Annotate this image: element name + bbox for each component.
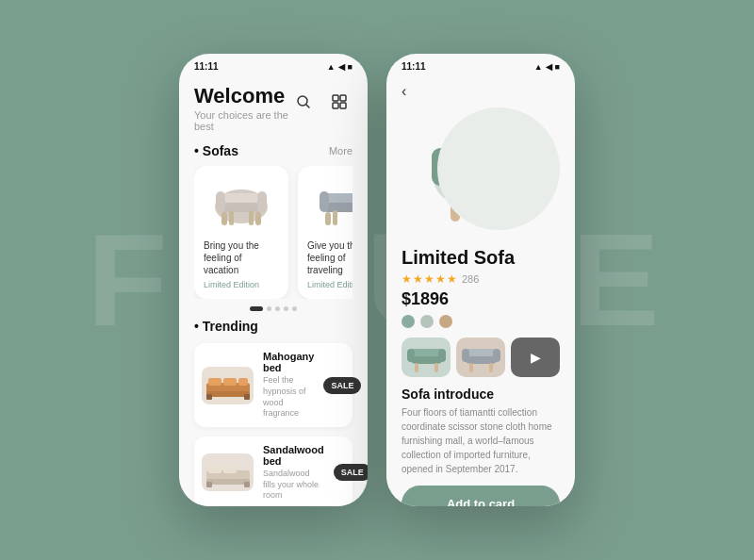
svg-rect-53 bbox=[465, 349, 498, 356]
grid-button[interactable] bbox=[326, 89, 352, 115]
phone-detail: 11:11 ▲ ◀ ■ ‹ bbox=[386, 54, 575, 506]
trending-name-1: Mahogany bed bbox=[263, 351, 314, 373]
phone-home: 11:11 ▲ ◀ ■ Welcome Your choices are the… bbox=[179, 54, 368, 506]
dot-3 bbox=[275, 306, 280, 311]
svg-rect-27 bbox=[238, 378, 248, 386]
status-icons-home: ▲ ◀ ■ bbox=[327, 62, 352, 72]
color-option-2[interactable] bbox=[420, 315, 434, 328]
svg-rect-32 bbox=[208, 466, 221, 473]
stars-icon: ★★★★★ bbox=[402, 272, 458, 286]
wifi-icon-2: ◀ bbox=[546, 62, 552, 72]
battery-icon: ■ bbox=[348, 62, 352, 72]
add-to-card-button[interactable]: Add to card bbox=[402, 486, 560, 506]
svg-rect-4 bbox=[333, 103, 338, 108]
product-image-area bbox=[402, 107, 560, 239]
trending-item-2[interactable]: Sandalwood bed Sandalwood fills your who… bbox=[194, 436, 352, 506]
carousel-dots bbox=[194, 306, 352, 311]
introduce-text: Four floors of tiamantti collection coor… bbox=[402, 405, 560, 476]
color-option-1[interactable] bbox=[402, 315, 415, 328]
sofa-card-2[interactable]: Give you the feeling of traveling Limite… bbox=[298, 166, 352, 299]
sale-badge-1: SALE bbox=[323, 377, 361, 394]
sofas-more-btn[interactable]: More bbox=[329, 145, 352, 156]
svg-rect-13 bbox=[216, 191, 225, 212]
svg-rect-31 bbox=[206, 479, 250, 485]
introduce-title: Sofa introduce bbox=[402, 387, 560, 402]
signal-icon: ▲ bbox=[327, 62, 336, 72]
trending-item-1[interactable]: Mahogany bed Feel the hypnosis of wood f… bbox=[194, 343, 352, 427]
svg-rect-10 bbox=[255, 212, 261, 225]
home-header: Welcome Your choices are the best bbox=[194, 85, 352, 132]
svg-rect-14 bbox=[257, 191, 267, 212]
thumb-1[interactable] bbox=[402, 338, 451, 377]
trending-info-1: Mahogany bed Feel the hypnosis of wood f… bbox=[263, 351, 314, 420]
sofa-card-title-1: Bring you the feeling of vacation bbox=[204, 239, 279, 276]
svg-rect-9 bbox=[221, 212, 227, 225]
sofa-card-badge-1: Limited Edition bbox=[204, 280, 279, 289]
svg-rect-5 bbox=[340, 103, 346, 108]
svg-rect-2 bbox=[333, 95, 338, 101]
svg-rect-54 bbox=[462, 349, 469, 362]
trending-desc-1: Feel the hypnosis of wood fragrance bbox=[263, 375, 314, 420]
svg-rect-21 bbox=[320, 191, 329, 212]
play-icon: ▶ bbox=[531, 350, 541, 365]
search-button[interactable] bbox=[290, 89, 317, 115]
dot-1 bbox=[250, 306, 263, 311]
battery-icon-2: ■ bbox=[555, 62, 560, 72]
svg-rect-12 bbox=[249, 210, 254, 225]
thumb-2[interactable] bbox=[456, 338, 505, 377]
trending-img-1 bbox=[202, 367, 254, 404]
sofas-carousel: Bring you the feeling of vacation Limite… bbox=[194, 166, 352, 299]
svg-rect-34 bbox=[206, 482, 212, 487]
svg-rect-33 bbox=[223, 466, 237, 473]
product-price: $1896 bbox=[402, 289, 560, 309]
color-option-3[interactable] bbox=[439, 315, 452, 328]
svg-rect-17 bbox=[325, 212, 331, 225]
sofas-section-title: • Sofas bbox=[194, 143, 238, 158]
review-count: 286 bbox=[462, 273, 479, 285]
product-title: Limited Sofa bbox=[402, 247, 560, 269]
dot-2 bbox=[267, 306, 271, 311]
svg-rect-49 bbox=[438, 349, 446, 362]
svg-rect-28 bbox=[206, 394, 212, 400]
thumbnail-strip: ▶ bbox=[402, 338, 560, 377]
trending-name-2: Sandalwood bed bbox=[263, 444, 324, 467]
time-detail: 11:11 bbox=[402, 61, 426, 72]
back-button[interactable]: ‹ bbox=[402, 83, 560, 100]
svg-rect-57 bbox=[489, 363, 493, 372]
svg-rect-29 bbox=[244, 394, 250, 400]
trending-title: • Trending bbox=[194, 319, 352, 334]
svg-rect-35 bbox=[244, 482, 250, 487]
thumb-play[interactable]: ▶ bbox=[511, 338, 560, 377]
svg-rect-56 bbox=[469, 363, 473, 372]
status-bar-detail: 11:11 ▲ ◀ ■ bbox=[386, 54, 575, 75]
sofa-card-title-2: Give you the feeling of traveling bbox=[307, 239, 352, 276]
sofas-section-header: • Sofas More bbox=[194, 143, 352, 158]
sofa-card-1[interactable]: Bring you the feeling of vacation Limite… bbox=[194, 166, 288, 299]
home-title: Welcome bbox=[194, 85, 290, 107]
stars-row: ★★★★★ 286 bbox=[402, 272, 560, 286]
color-options bbox=[402, 315, 560, 328]
svg-rect-55 bbox=[493, 349, 500, 362]
sale-badge-2: SALE bbox=[334, 464, 368, 481]
svg-rect-25 bbox=[208, 378, 221, 386]
dot-5 bbox=[292, 306, 297, 311]
trending-img-2 bbox=[202, 453, 254, 491]
status-bar-home: 11:11 ▲ ◀ ■ bbox=[179, 54, 368, 75]
signal-icon-2: ▲ bbox=[534, 62, 543, 72]
svg-rect-51 bbox=[434, 363, 438, 372]
sofa-card-img-1 bbox=[204, 175, 279, 232]
svg-rect-26 bbox=[223, 378, 237, 386]
svg-rect-11 bbox=[229, 210, 234, 225]
header-icons bbox=[290, 89, 352, 115]
phones-container: 11:11 ▲ ◀ ■ Welcome Your choices are the… bbox=[179, 54, 575, 506]
wifi-icon: ◀ bbox=[338, 62, 345, 72]
sofa-card-img-2 bbox=[307, 175, 352, 232]
svg-rect-19 bbox=[333, 210, 337, 225]
sofa-card-badge-2: Limited Edition bbox=[307, 280, 352, 289]
home-subtitle: Your choices are the best bbox=[194, 109, 290, 132]
svg-rect-3 bbox=[340, 95, 346, 101]
trending-desc-2: Sandalwood fills your whole room bbox=[263, 469, 324, 502]
svg-rect-24 bbox=[206, 391, 250, 397]
svg-rect-47 bbox=[410, 349, 443, 356]
svg-rect-48 bbox=[407, 349, 415, 362]
